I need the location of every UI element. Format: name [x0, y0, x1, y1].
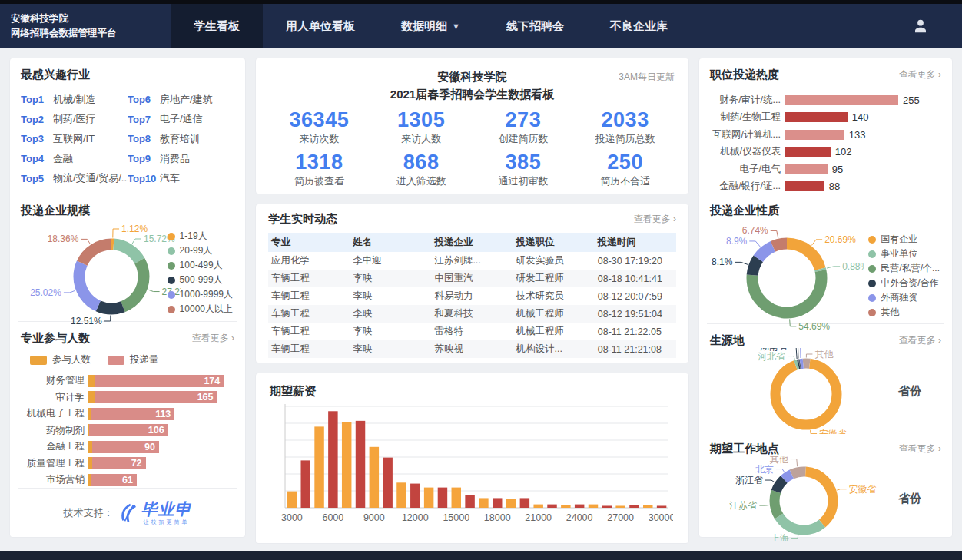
heat-bar-row: 电子/电气95: [710, 161, 941, 178]
legend-item-投递量[interactable]: 投递量: [108, 353, 159, 366]
legend-item-100-499人[interactable]: 100-499人: [168, 258, 233, 273]
major-participation-title: 专业参与人数: [21, 331, 90, 346]
table-cell: 机械工程师: [513, 323, 595, 340]
position-heat-bar-chart[interactable]: 财务/审计/统...255制药/生物工程140互联网/计算机...133机械/仪…: [710, 91, 941, 195]
interest-industries-title: 最感兴趣行业: [21, 68, 90, 82]
legend-label: 1-19人: [180, 230, 207, 243]
interest-industry-item: Top4金融: [21, 149, 128, 169]
tab-data-detail[interactable]: 数据明细▼: [378, 4, 483, 48]
legend-item-1000-9999人[interactable]: 1000-9999人: [168, 287, 233, 302]
stats-grid: 36345来访次数1305来访人数273创建简历数2033投递简历总数1318简…: [268, 108, 676, 188]
slice-label: 1.12%: [121, 224, 148, 234]
student-origin-donut-chart[interactable]: 其他安徽省河北省湖南省江西省江苏省 省份: [710, 348, 941, 434]
legend-item-中外合资/合作[interactable]: 中外合资/合作: [868, 276, 940, 290]
tab-student-board[interactable]: 学生看板: [171, 4, 263, 48]
legend-item-民营/私营/个...[interactable]: 民营/私营/个...: [868, 261, 940, 276]
rank-label: Top9: [128, 153, 160, 164]
slice-label: 6.74%: [742, 225, 768, 236]
expected-salary-histogram[interactable]: 3000600090001200015000180002100024000270…: [270, 402, 675, 535]
salary-bar: [629, 505, 639, 508]
major-participation-view-more-link[interactable]: 查看更多 ›: [192, 332, 234, 345]
interest-industry-item: Top9消费品: [128, 149, 234, 169]
slice-label: 8.9%: [726, 236, 748, 247]
table-cell: 李映: [350, 270, 431, 287]
legend-item-外商独资[interactable]: 外商独资: [868, 290, 940, 305]
legend-dot: [168, 277, 175, 284]
slice-label: 8.1%: [712, 257, 733, 267]
legend-item-500-999人[interactable]: 500-999人: [168, 273, 233, 287]
tech-support-label: 技术支持：: [64, 506, 114, 520]
salary-bar: [615, 505, 625, 508]
stat-value: 250: [574, 151, 676, 174]
industry-label: 制药/医疗: [53, 112, 96, 126]
tab-employer-board[interactable]: 用人单位看板: [263, 4, 378, 48]
table-cell: 雷格特: [431, 323, 513, 340]
nav-tabs: 学生看板用人单位看板数据明细▼线下招聘会不良企业库: [171, 4, 691, 48]
dashboard-title-line2: 2021届春季招聘会学生数据看板: [268, 85, 676, 103]
table-row: 车辆工程李映中国重汽研发工程师08-18 10:41:41: [268, 270, 676, 287]
major-bar-row: 财务管理174: [21, 373, 234, 389]
brand-mark-icon: [118, 503, 138, 523]
tab-offline-job-fair[interactable]: 线下招聘会: [483, 4, 587, 48]
tab-label: 用人单位看板: [286, 19, 355, 34]
salary-bar: [452, 488, 461, 508]
category-label: 财务/审计/统...: [710, 94, 785, 107]
table-cell: 08-11 21:21:08: [595, 340, 676, 358]
interest-industry-item: Top5物流/交通/贸易/...: [21, 168, 128, 188]
salary-bar: [438, 488, 447, 508]
legend-item-10000人以上[interactable]: 10000人以上: [168, 302, 233, 316]
legend-label: 外商独资: [881, 291, 917, 304]
legend-item-参与人数[interactable]: 参与人数: [30, 353, 91, 366]
company-size-donut-chart[interactable]: 1.12%15.72%27.27%12.51%25.02%18.36%1-19人…: [21, 218, 234, 330]
app-logo: 安徽科技学院 网络招聘会数据管理平台: [0, 4, 171, 48]
stat-item: 250简历不合适: [574, 151, 676, 188]
legend-item-事业单位[interactable]: 事业单位: [868, 247, 940, 261]
stat-value: 273: [473, 108, 575, 132]
heat-bar: [785, 130, 844, 140]
chevron-down-icon: ▼: [452, 22, 460, 31]
slice-label: 安徽省: [849, 484, 877, 495]
legend-label: 事业单位: [881, 247, 917, 260]
x-tick-label: 24000: [566, 512, 593, 523]
student-origin-view-more-link[interactable]: 查看更多 ›: [899, 334, 941, 347]
delivery-bar-segment: 90: [92, 441, 159, 453]
salary-bar: [479, 498, 488, 508]
legend-item-其他[interactable]: 其他: [868, 305, 940, 320]
tab-bad-company-library[interactable]: 不良企业库: [587, 4, 691, 48]
user-icon[interactable]: [911, 17, 930, 35]
major-participation-bar-chart[interactable]: 财务管理174审计学165机械电子工程113药物制剂106金融工程90质量管理工…: [21, 373, 234, 489]
legend-item-20-99人[interactable]: 20-99人: [168, 244, 233, 258]
legend-item-1-19人[interactable]: 1-19人: [168, 229, 233, 244]
company-nature-title: 投递企业性质: [710, 204, 941, 218]
participants-bar-segment: [88, 375, 95, 387]
stat-label: 来访次数: [268, 132, 370, 146]
bottom-bar: [0, 551, 962, 560]
category-label: 机械/仪器仪表: [710, 145, 785, 158]
bar-value-label: 95: [832, 164, 843, 175]
salary-bar: [589, 505, 598, 508]
expected-location-view-more-link[interactable]: 查看更多 ›: [899, 442, 941, 456]
company-nature-donut-chart[interactable]: 20.69%0.88%54.69%8.1%8.9%6.74%国有企业事业单位民营…: [710, 218, 941, 333]
table-cell: 机械工程师: [513, 305, 595, 323]
legend-item-国有企业[interactable]: 国有企业: [868, 232, 940, 247]
expected-location-title: 期望工作地点: [710, 442, 779, 456]
table-cell: 江苏剑牌...: [431, 252, 513, 270]
app-root: 安徽科技学院 网络招聘会数据管理平台 学生看板用人单位看板数据明细▼线下招聘会不…: [0, 0, 962, 544]
brand-logo[interactable]: 毕业申 让校招更简单: [118, 501, 192, 526]
legend-label: 投递量: [130, 353, 159, 366]
slice-label: 其他: [814, 349, 834, 360]
position-heat-view-more-link[interactable]: 查看更多 ›: [899, 68, 941, 81]
logo-line2: 网络招聘会数据管理平台: [11, 26, 171, 41]
rank-label: Top5: [21, 173, 53, 184]
salary-bar: [424, 488, 433, 508]
industry-label: 互联网/IT: [53, 132, 95, 146]
table-cell: 技术研究员: [513, 287, 595, 305]
stat-item: 1318简历被查看: [268, 151, 370, 188]
stat-label: 简历不合适: [574, 174, 676, 188]
heat-bar-row: 金融/银行/证...88: [710, 178, 941, 196]
student-activity-card: 学生实时动态 查看更多 › 专业姓名投递企业投递职位投递时间应用化学李中迎江苏剑…: [255, 204, 689, 363]
salary-bar: [300, 460, 310, 508]
expected-location-donut-chart[interactable]: 其他安徽省上海江苏省浙江省北京 省份: [710, 456, 941, 541]
student-activity-view-more-link[interactable]: 查看更多 ›: [634, 213, 676, 226]
x-tick-label: 15000: [443, 512, 469, 523]
